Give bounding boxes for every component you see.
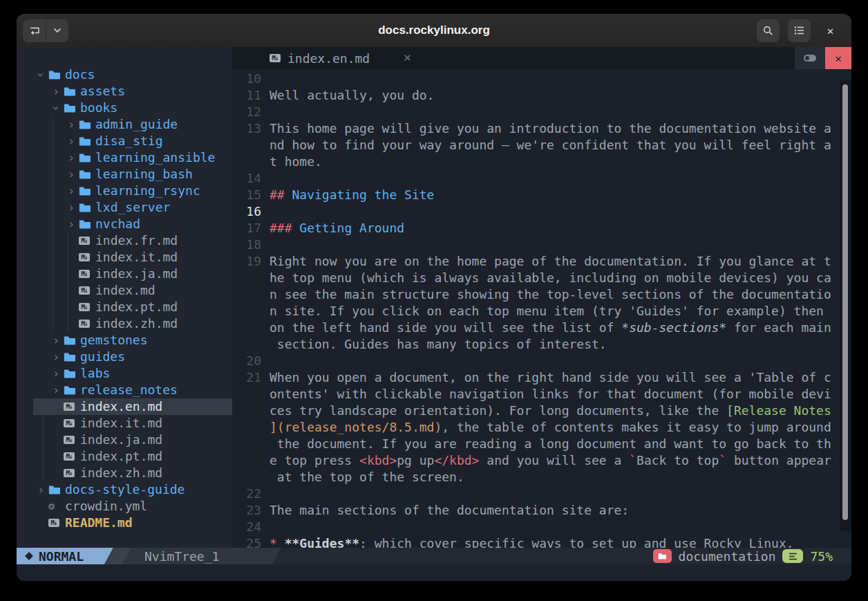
chevron-icon[interactable]: › [64, 116, 79, 133]
chevron-icon[interactable]: › [48, 83, 64, 100]
editor-line[interactable]: at the top of the screen. [232, 469, 851, 486]
indent-guide [53, 116, 53, 133]
chevron-icon[interactable]: › [48, 349, 64, 365]
editor-line[interactable]: ces try landscape orientation). For long… [232, 403, 851, 419]
tree-item[interactable]: › learning_rsync [17, 183, 232, 199]
tree-item[interactable]: › disa_stig [17, 133, 232, 149]
indent-guide [43, 398, 44, 415]
tree-item[interactable]: › assets [17, 83, 232, 100]
tree-item[interactable]: M↓ index.pt.md [17, 299, 232, 315]
editor-line[interactable]: on the left hand side you will see the l… [232, 320, 851, 336]
chevron-icon[interactable]: › [33, 481, 48, 498]
chevron-icon[interactable]: › [64, 216, 79, 232]
tree-item-label: README.md [65, 515, 133, 531]
chevron-icon[interactable]: › [48, 100, 64, 115]
tree-item[interactable]: › docs-style-guide [17, 481, 232, 498]
editor-line[interactable]: 21 When you open a document, on the righ… [232, 369, 851, 386]
editor-line[interactable]: he top menu (which is always available, … [232, 270, 851, 286]
editor-line[interactable]: 25 * **Guides**: which cover specific wa… [232, 535, 851, 548]
tree-item[interactable]: › nvchad [17, 216, 232, 232]
editor-line[interactable]: section. Guides has many topics of inter… [232, 336, 851, 353]
editor-line[interactable]: ontents' with clickable navigation links… [232, 386, 851, 403]
line-text: ces try landscape orientation). For long… [270, 403, 831, 419]
folder-icon [79, 219, 91, 229]
chevron-icon[interactable]: › [48, 365, 64, 382]
buffer-tab-label: index.en.md [287, 51, 370, 66]
tree-item[interactable]: › guides [17, 349, 232, 365]
editor-line[interactable]: 20 [232, 353, 851, 369]
tree-item[interactable]: ⚙ crowdin.yml [17, 498, 232, 515]
editor-line[interactable]: ](release_notes/8.5.md), the table of co… [232, 419, 851, 436]
tree-item[interactable]: M↓ index.md [17, 282, 232, 299]
tree-item[interactable]: M↓ index.pt.md [17, 448, 232, 465]
command-line[interactable] [17, 564, 851, 581]
editor-line[interactable]: e top press <kbd>pg up</kbd> and you wil… [232, 452, 851, 469]
editor-line[interactable]: 14 [232, 170, 851, 187]
tree-item[interactable]: M↓ index.it.md [17, 249, 232, 266]
editor-line[interactable]: t home. [232, 154, 851, 170]
tree-item[interactable]: › learning_bash [17, 166, 232, 183]
editor-line[interactable]: 19 Right now you are on the home page of… [232, 253, 851, 270]
tree-item[interactable]: M↓ index.ja.md [17, 266, 232, 282]
tree-item[interactable]: M↓ README.md [17, 515, 232, 531]
lines-icon [789, 553, 798, 560]
close-all-button[interactable]: ✕ [825, 47, 851, 69]
editor-line[interactable]: 18 [232, 237, 851, 253]
chevron-icon[interactable]: › [64, 183, 79, 199]
buffer-close-button[interactable]: ✕ [399, 51, 416, 65]
tree-item[interactable]: › admin_guide [17, 116, 232, 133]
tree-item-label: index.md [95, 282, 155, 299]
chevron-icon[interactable]: › [64, 149, 79, 166]
indent-guide [53, 232, 53, 249]
line-text: The main sections of the documentation s… [270, 502, 629, 519]
tree-item[interactable]: M↓ index.en.md [17, 398, 232, 415]
buffer-tab[interactable]: M↓ index.en.md ✕ [232, 51, 416, 66]
chevron-icon[interactable]: › [64, 166, 79, 183]
editor-line[interactable]: 13 This home page will give you an intro… [232, 120, 851, 137]
tree-item[interactable]: M↓ index.zh.md [17, 315, 232, 332]
tree-item[interactable]: M↓ index.fr.md [17, 232, 232, 249]
line-number [232, 386, 261, 403]
editor-line[interactable]: nd how to find your way around — we're c… [232, 137, 851, 154]
new-tab-button[interactable] [23, 19, 46, 42]
line-number [232, 336, 261, 353]
editor-line[interactable]: n site. If you click on each top menu it… [232, 303, 851, 320]
editor-line[interactable]: 12 [232, 104, 851, 120]
tree-item[interactable]: M↓ index.ja.md [17, 432, 232, 448]
tree-item[interactable]: › books [17, 100, 232, 116]
chevron-icon[interactable]: › [64, 199, 79, 216]
tree-item-label: index.ja.md [80, 432, 162, 448]
tab-list-dropdown[interactable] [46, 19, 68, 42]
close-window-button[interactable]: ✕ [819, 19, 842, 42]
editor-line[interactable]: n see the main structure showing the top… [232, 286, 851, 303]
editor-line[interactable]: 16 [232, 203, 851, 220]
tree-item[interactable]: M↓ index.it.md [17, 415, 232, 432]
tree-item[interactable]: › release_notes [17, 382, 232, 398]
chevron-icon[interactable]: › [48, 332, 64, 349]
editor-line[interactable]: 11 Well actually, you do. [232, 87, 851, 104]
editor-line[interactable]: 24 [232, 519, 851, 535]
chevron-icon[interactable]: › [64, 133, 79, 149]
editor-line[interactable]: 17 ### Getting Around [232, 220, 851, 237]
tree-item[interactable]: › learning_ansible [17, 149, 232, 166]
tree-item[interactable]: › docs [17, 66, 232, 83]
editor-line[interactable]: the document. If you are reading a long … [232, 436, 851, 452]
tree-item[interactable]: › labs [17, 365, 232, 382]
tree-item[interactable]: M↓ index.zh.md [17, 465, 232, 481]
editor-line[interactable]: 10 [232, 71, 851, 87]
tree-item[interactable]: › lxd_server [17, 199, 232, 216]
theme-toggle-button[interactable] [795, 47, 825, 69]
search-button[interactable] [757, 19, 780, 42]
tree-item-label: nvchad [95, 216, 140, 232]
main-menu-button[interactable] [788, 19, 811, 42]
chevron-icon[interactable]: › [32, 67, 49, 82]
tree-item-label: learning_bash [95, 166, 193, 183]
tree-item[interactable]: › gemstones [17, 332, 232, 349]
editor-line[interactable]: 23 The main sections of the documentatio… [232, 502, 851, 519]
code-area[interactable]: 10 11 Well actually, you do. 12 13 This … [232, 69, 851, 548]
markdown-icon: M↓ [64, 419, 75, 427]
chevron-icon[interactable]: › [48, 382, 64, 398]
editor-line[interactable]: 22 [232, 486, 851, 502]
scrollbar-thumb[interactable] [842, 84, 848, 520]
editor-line[interactable]: 15 ## Navigating the Site [232, 187, 851, 203]
